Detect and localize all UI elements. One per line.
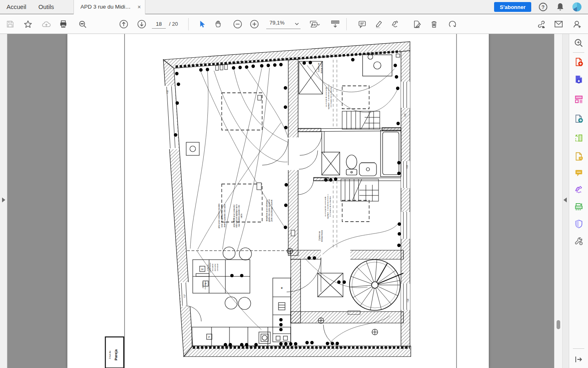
svg-text:F19: F19: [407, 298, 409, 302]
svg-text:dans plan: dans plan: [214, 263, 216, 271]
expand-panel-icon[interactable]: [571, 352, 586, 367]
avatar[interactable]: [572, 2, 582, 12]
share-link-icon[interactable]: [534, 17, 548, 31]
select-cursor-icon[interactable]: [195, 17, 209, 31]
svg-text:gâche élec porte sur rue et: gâche élec porte sur rue et: [268, 199, 270, 222]
toolbar-separator: [188, 18, 189, 30]
floorplan-drawing: Pareja 3 rue du: [67, 34, 489, 368]
document-canvas[interactable]: Pareja 3 rue du: [8, 34, 554, 368]
svg-text:niveau mezza: niveau mezza: [321, 230, 323, 242]
svg-text:1 à l'entrée de la chambre: 1 à l'entrée de la chambre: [330, 86, 332, 107]
walls: [163, 42, 411, 357]
svg-text:plaques: plaques: [202, 282, 204, 288]
partitions: [298, 128, 401, 181]
help-icon[interactable]: ?: [538, 2, 548, 12]
cloud-upload-icon[interactable]: [39, 17, 53, 31]
toolbar: / 20 79,1%: [0, 14, 588, 34]
zoom-control[interactable]: 79,1%: [266, 19, 301, 29]
svg-text:appliqué : 1 au niveau mezza +: appliqué : 1 au niveau mezza +: [327, 194, 329, 219]
svg-text:va et vient de commande: va et vient de commande: [325, 87, 327, 107]
document-tab[interactable]: APD 3 rue du Midi… ×: [74, 0, 145, 14]
svg-text:vidéo proj en applique sur le: vidéo proj en applique sur le: [236, 204, 238, 228]
svg-text:prise pour connecter enceinte: prise pour connecter enceinte: [218, 203, 220, 228]
print-icon[interactable]: [56, 17, 70, 31]
page-up-icon[interactable]: [117, 17, 131, 31]
svg-text:va et vient de commande: va et vient de commande: [324, 196, 326, 217]
hand-tool-icon[interactable]: [212, 17, 225, 31]
document-view: Pareja 3 rue du: [0, 34, 588, 368]
comment-icon[interactable]: [355, 17, 369, 31]
left-pane-collapsed: [0, 34, 7, 368]
highlight-icon[interactable]: [372, 17, 385, 31]
page-down-icon[interactable]: [135, 17, 149, 31]
search-plus-icon[interactable]: [571, 36, 586, 50]
bathroom-fixtures: [322, 130, 401, 177]
panel-divider: [573, 52, 584, 53]
subscribe-button[interactable]: S'abonner: [494, 2, 531, 12]
star-icon[interactable]: [21, 17, 35, 31]
create-pdf-icon[interactable]: [571, 54, 586, 69]
title-block-address: 3 rue du: [109, 351, 111, 359]
svg-text:?: ?: [541, 4, 544, 10]
svg-text:hotte en: hotte en: [207, 264, 209, 271]
crop-pages-icon[interactable]: [571, 130, 586, 145]
rotate-icon[interactable]: [445, 17, 459, 31]
panel-divider: [573, 348, 584, 349]
vertical-scrollbar[interactable]: [554, 34, 562, 368]
svg-text:salon: salon: [241, 213, 243, 218]
page-edit-icon[interactable]: [410, 17, 423, 31]
tools-panel: [569, 34, 588, 368]
svg-text:P: P: [205, 283, 207, 285]
sign-icon[interactable]: [388, 17, 402, 31]
svg-text:de travail: de travail: [216, 264, 218, 271]
toolbar-separator: [346, 18, 347, 30]
chevron-down-icon: [295, 22, 299, 25]
zoom-level-label: 79,1%: [270, 20, 285, 26]
export-pdf-icon[interactable]: [571, 72, 586, 86]
page-total-label: / 20: [169, 20, 178, 29]
outlet-boxes: [216, 54, 400, 236]
title-block: Pareja 3 rue du: [105, 337, 124, 368]
search-icon[interactable]: [76, 17, 89, 31]
expand-left-pane-button[interactable]: [1, 197, 7, 204]
comment-bubble-icon[interactable]: [571, 165, 586, 180]
scan-ocr-icon[interactable]: [571, 199, 586, 214]
tab-bar: Accueil Outils APD 3 rue du Midi… × S'ab…: [0, 0, 588, 14]
email-icon[interactable]: [552, 17, 566, 31]
zoom-out-icon[interactable]: [231, 17, 245, 31]
svg-text:sono en applique sur le mur: sono en applique sur le mur: [221, 204, 223, 227]
zoom-in-icon[interactable]: [247, 17, 261, 31]
svg-text:appliqué : 1 au niveau mezza +: appliqué : 1 au niveau mezza +: [327, 84, 330, 109]
svg-text:F17: F17: [183, 294, 186, 298]
edit-pdf-icon[interactable]: [571, 92, 586, 106]
page-comment-icon[interactable]: [571, 149, 586, 164]
collapse-right-panel-button[interactable]: [562, 197, 569, 204]
send-pdf-icon[interactable]: [571, 111, 586, 126]
svg-text:F23: F23: [406, 165, 408, 168]
electrical-points: [174, 58, 401, 346]
svg-text:prise HDMI pour connecter: prise HDMI pour connecter: [233, 204, 235, 227]
svg-text:F: F: [208, 336, 210, 339]
straight-stairs: [341, 111, 380, 201]
add-person-icon[interactable]: [570, 17, 584, 31]
scroll-mode-icon[interactable]: [328, 17, 342, 31]
trash-icon[interactable]: [427, 17, 441, 31]
svg-text:chambre parents côté salon: chambre parents côté salon: [224, 204, 226, 227]
protect-icon[interactable]: [571, 216, 586, 231]
title-block-name: Pareja: [114, 349, 118, 360]
save-icon[interactable]: [3, 17, 17, 31]
fit-width-icon[interactable]: [305, 17, 323, 31]
tab-tools[interactable]: Outils: [36, 0, 56, 14]
document-tab-label: APD 3 rue du Midi…: [80, 4, 131, 10]
svg-text:2 prises au: 2 prises au: [318, 63, 320, 72]
fill-sign-icon[interactable]: [571, 182, 586, 197]
close-icon[interactable]: ×: [138, 0, 141, 14]
tab-home[interactable]: Accueil: [4, 0, 29, 14]
kitchen: [186, 142, 291, 346]
pdf-page: Pareja 3 rue du: [67, 34, 489, 368]
scrollbar-thumb[interactable]: [557, 320, 560, 329]
page-number-input[interactable]: [152, 20, 166, 29]
bell-icon[interactable]: [555, 2, 565, 12]
svg-text:interphone pour actionner: interphone pour actionner: [266, 200, 268, 221]
more-tools-icon[interactable]: [571, 233, 586, 248]
